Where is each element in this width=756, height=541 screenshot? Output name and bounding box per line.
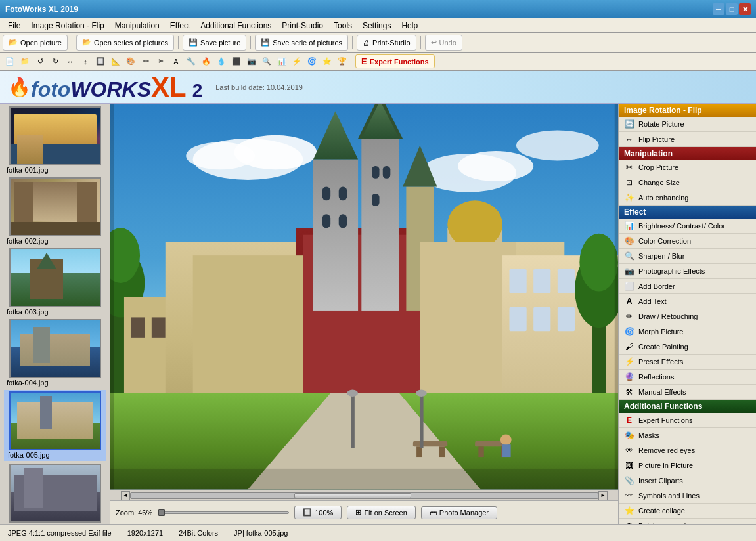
undo-button[interactable]: ↩ Undo <box>425 35 462 51</box>
svg-rect-26 <box>372 166 380 179</box>
svg-rect-11 <box>131 317 145 337</box>
open-series-button[interactable]: 📂 Open series of pictures <box>76 35 174 51</box>
photo-manager-button[interactable]: 🗃 Photo Manager <box>421 506 497 519</box>
tool17-icon-btn[interactable]: 🔍 <box>259 54 274 69</box>
toolbar-divider-4 <box>352 36 353 49</box>
logo-xl: XL <box>151 72 187 102</box>
tool18-icon-btn[interactable]: 📊 <box>275 54 289 69</box>
masks-item[interactable]: 🎭 Masks <box>619 428 756 443</box>
zoom-100-button[interactable]: 🔲 100% <box>294 506 342 519</box>
menu-additional-functions[interactable]: Additional Functions <box>195 20 277 32</box>
tool8-icon-btn[interactable]: 🎨 <box>123 54 138 69</box>
section-header-additional[interactable]: Additional Functions <box>619 400 756 413</box>
minimize-button[interactable]: ─ <box>713 3 724 15</box>
tool7-icon-btn[interactable]: 📐 <box>108 54 123 69</box>
crop-picture-item[interactable]: ✂ Crop Picture <box>619 160 756 175</box>
insert-cliparts-item[interactable]: 📎 Insert Cliparts <box>619 473 756 488</box>
thumbnail-scroll[interactable]: fotka-001.jpg fotka-002.jpg fo <box>0 104 110 524</box>
reflections-icon: 🔮 <box>624 372 634 382</box>
photographic-effects-item[interactable]: 📷 Photographic Effects <box>619 264 756 279</box>
open-file-icon-btn[interactable]: 📁 <box>18 54 32 69</box>
tool15-icon-btn[interactable]: ⬛ <box>229 54 244 69</box>
rotate-left-icon-btn[interactable]: ↺ <box>33 54 47 69</box>
flip-v-icon-btn[interactable]: ↕ <box>78 54 93 69</box>
color-correction-item[interactable]: 🎨 Color Correction <box>619 234 756 249</box>
change-size-item[interactable]: ⊡ Change Size <box>619 175 756 190</box>
build-date: Last build date: 10.04.2019 <box>215 83 303 91</box>
thumbnail-item-5[interactable]: fotka-005.jpg <box>4 390 106 461</box>
section-header-manipulation[interactable]: Manipulation <box>619 147 756 160</box>
draw-retouching-icon: ✏ <box>624 311 634 322</box>
thumbnail-item-3[interactable]: fotka-003.jpg <box>4 248 106 316</box>
tool9-icon-btn[interactable]: ✏ <box>139 54 153 69</box>
preset-effects-item[interactable]: ⚡ Preset Effects <box>619 355 756 370</box>
maximize-button[interactable]: □ <box>726 3 738 15</box>
brightness-contrast-item[interactable]: 📊 Brightness/ Contrast/ Color <box>619 219 756 234</box>
horizontal-scrollbar[interactable]: ◄ ► <box>110 490 618 500</box>
tool10-icon-btn[interactable]: ✂ <box>154 54 168 69</box>
save-picture-button[interactable]: 💾 Save picture <box>183 35 246 51</box>
close-button[interactable]: ✕ <box>739 3 751 15</box>
tool16-icon-btn[interactable]: 📷 <box>244 54 259 69</box>
rotate-picture-item[interactable]: 🔄 Rotate Picture <box>619 117 756 132</box>
menu-print-studio[interactable]: Print-Studio <box>277 20 328 32</box>
morph-picture-item[interactable]: 🌀 Morph Picture <box>619 324 756 339</box>
thumbnail-item-1[interactable]: fotka-001.jpg <box>4 106 106 175</box>
logo-foto: foto <box>31 77 70 101</box>
zoom-slider-thumb[interactable] <box>158 509 165 516</box>
photo-manager-label: Photo Manager <box>439 509 489 517</box>
section-header-effect[interactable]: Effect <box>619 206 756 219</box>
draw-retouching-item[interactable]: ✏ Draw / Retouching <box>619 309 756 324</box>
picture-in-picture-item[interactable]: 🖼 Picture in Picture <box>619 458 756 473</box>
zoom-100-label: 100% <box>315 509 333 517</box>
tool20-icon-btn[interactable]: 🌀 <box>305 54 319 69</box>
zoom-slider[interactable] <box>158 511 289 514</box>
menu-help[interactable]: Help <box>396 20 423 32</box>
add-text-item[interactable]: A Add Text <box>619 294 756 309</box>
create-collage-item[interactable]: ⭐ Create collage <box>619 504 756 519</box>
tool6-icon-btn[interactable]: 🔲 <box>93 54 108 69</box>
thumbnail-item-2[interactable]: fotka-002.jpg <box>4 177 106 246</box>
hscroll-track[interactable] <box>130 492 598 499</box>
expert-functions-toolbar-btn[interactable]: E Expert Functions <box>355 54 435 68</box>
fit-on-screen-button[interactable]: ⊞ Fit on Screen <box>347 506 415 519</box>
save-serie-button[interactable]: 💾 Save serie of pictures <box>255 35 348 51</box>
rotate-right-icon-btn[interactable]: ↻ <box>48 54 62 69</box>
symbols-lines-item[interactable]: 〰 Symbols and Lines <box>619 488 756 504</box>
tool22-icon-btn[interactable]: 🏆 <box>335 54 349 69</box>
hscroll-left-arrow[interactable]: ◄ <box>121 491 130 500</box>
manual-effects-item[interactable]: 🛠 Manual Effects <box>619 385 756 400</box>
new-file-icon-btn[interactable]: 📄 <box>3 54 17 69</box>
open-picture-button[interactable]: 📂 Open picture <box>3 35 68 51</box>
menu-image-rotation[interactable]: Image Rotation - Flip <box>26 20 109 32</box>
preset-effects-label: Preset Effects <box>638 358 683 366</box>
sharpen-blur-item[interactable]: 🔍 Sharpen / Blur <box>619 249 756 264</box>
flip-picture-item[interactable]: ↔ Flip Picture <box>619 132 756 147</box>
remove-red-eyes-item[interactable]: 👁 Remove red eyes <box>619 443 756 458</box>
tool12-icon-btn[interactable]: 🔧 <box>184 54 198 69</box>
print-studio-button[interactable]: 🖨 Print-Studio <box>357 35 416 51</box>
hscroll-right-arrow[interactable]: ► <box>598 491 608 500</box>
create-painting-item[interactable]: 🖌 Create Painting <box>619 339 756 355</box>
section-header-rotation[interactable]: Image Rotation - Flip <box>619 104 756 117</box>
tool19-icon-btn[interactable]: ⚡ <box>290 54 304 69</box>
hscroll-thumb[interactable] <box>294 493 411 498</box>
menu-effect[interactable]: Effect <box>165 20 195 32</box>
tool21-icon-btn[interactable]: ⭐ <box>320 54 334 69</box>
svg-point-32 <box>447 200 502 248</box>
add-border-item[interactable]: ⬜ Add Border <box>619 279 756 294</box>
menu-settings[interactable]: Settings <box>357 20 396 32</box>
flip-h-icon-btn[interactable]: ↔ <box>63 54 78 69</box>
menu-file[interactable]: File <box>3 20 26 32</box>
tool11-icon-btn[interactable]: A <box>169 54 183 69</box>
tool13-icon-btn[interactable]: 🔥 <box>199 54 213 69</box>
batch-processing-item[interactable]: ⚙ Batch processing <box>619 519 756 524</box>
thumbnail-item-4[interactable]: fotka-004.jpg <box>4 319 106 387</box>
menu-manipulation[interactable]: Manipulation <box>110 20 165 32</box>
thumbnail-item-6[interactable]: fotka-006.jpg <box>4 464 106 524</box>
auto-enhancing-item[interactable]: ✨ Auto enhancing <box>619 190 756 206</box>
tool14-icon-btn[interactable]: 💧 <box>214 54 229 69</box>
menu-tools[interactable]: Tools <box>328 20 357 32</box>
reflections-item[interactable]: 🔮 Reflections <box>619 370 756 385</box>
expert-functions-item[interactable]: E Expert Functions <box>619 413 756 428</box>
